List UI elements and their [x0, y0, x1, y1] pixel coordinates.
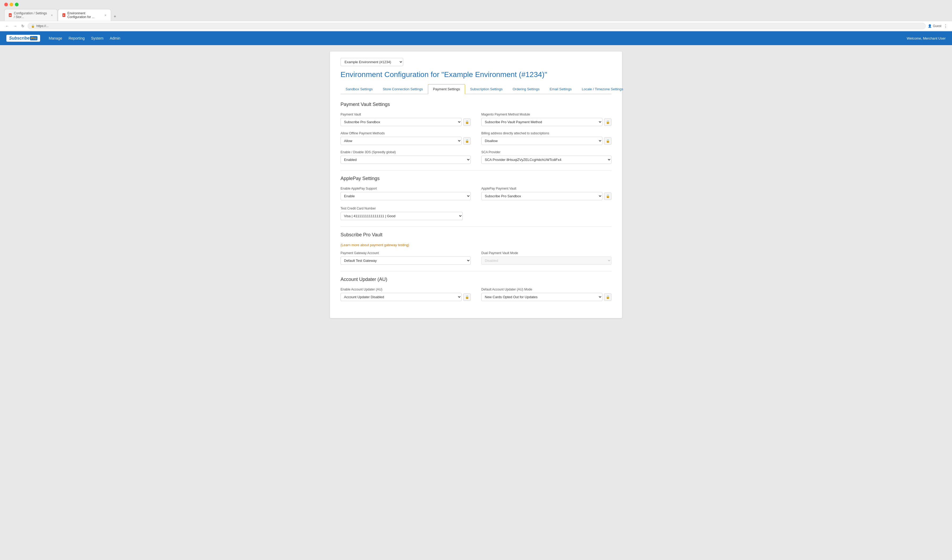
browser-user[interactable]: 👤 Guest	[928, 24, 941, 28]
field-row-magento-payment-method: Subscribe Pro Vault Payment Method 🔒	[481, 118, 612, 126]
lock-allow-offline[interactable]: 🔒	[463, 137, 471, 145]
field-label-applepay-vault: ApplePay Payment Vault	[481, 187, 612, 190]
divider-2	[340, 227, 612, 227]
app-header: Subscribe Pro Manage Reporting System Ad…	[0, 31, 952, 45]
nav-admin[interactable]: Admin	[110, 36, 121, 40]
forward-button[interactable]: →	[12, 23, 18, 29]
tab-subscription[interactable]: Subscription Settings	[465, 84, 508, 94]
tab-favicon-2: E	[62, 13, 65, 17]
field-row-default-account-updater-mode: New Cards Opted Out for Updates 🔒	[481, 293, 612, 301]
url-text: https://...	[36, 24, 49, 28]
lock-default-account-updater-mode[interactable]: 🔒	[604, 293, 612, 301]
select-enable-applepay[interactable]: Enable	[340, 192, 471, 200]
tab-close-2[interactable]: ✕	[104, 14, 107, 17]
field-payment-gateway-account: Payment Gateway Account Default Test Gat…	[340, 251, 471, 265]
browser-addressbar: ← → ↻ 🔒 https://... 👤 Guest ⋮	[0, 21, 952, 31]
tab-ordering[interactable]: Ordering Settings	[508, 84, 544, 94]
field-row-enable-3ds: Enabled	[340, 156, 471, 164]
account-updater-fields: Enable Account Updater (AU) Account Upda…	[340, 288, 612, 301]
nav-system[interactable]: System	[91, 36, 104, 40]
field-default-account-updater-mode: Default Account Updater (AU) Mode New Ca…	[481, 288, 612, 301]
field-label-payment-gateway-account: Payment Gateway Account	[340, 251, 471, 255]
lock-applepay-vault[interactable]: 🔒	[604, 193, 612, 200]
select-enable-account-updater[interactable]: Account Updater Disabled	[340, 293, 462, 301]
browser-chrome: M Configuration / Settings / Stor... ✕ E…	[0, 0, 952, 31]
settings-tabs: Sandbox Settings Store Connection Settin…	[340, 84, 612, 94]
select-payment-gateway-account[interactable]: Default Test Gateway	[340, 256, 471, 265]
select-default-account-updater-mode[interactable]: New Cards Opted Out for Updates	[481, 293, 603, 301]
tab-close-1[interactable]: ✕	[51, 14, 53, 17]
tab-sandbox[interactable]: Sandbox Settings	[340, 84, 378, 94]
environment-select[interactable]: Example Environment (#1234)	[340, 58, 403, 66]
sp-vault-section-title: Subscribe Pro Vault	[340, 232, 612, 238]
field-label-enable-account-updater: Enable Account Updater (AU)	[340, 288, 471, 291]
environment-selector-wrapper: Example Environment (#1234)	[340, 58, 612, 66]
ssl-lock-icon: 🔒	[31, 25, 35, 28]
close-window-button[interactable]	[4, 3, 8, 6]
user-icon: 👤	[928, 24, 932, 28]
browser-more-button[interactable]: ⋮	[944, 24, 948, 29]
field-row-applepay-vault: Subscribe Pro Sandbox 🔒	[481, 192, 612, 200]
logo-subscribe-text: Subscribe	[9, 36, 29, 41]
field-payment-vault: Payment Vault Subscribe Pro Sandbox 🔒	[340, 113, 471, 126]
field-enable-3ds: Enable / Disable 3DS (Spreedly global) E…	[340, 150, 471, 164]
field-allow-offline: Allow Offline Payment Methods Allow 🔒	[340, 131, 471, 145]
field-row-sca-provider: SCA Provider 8HsuqiZVyZELCcgHdchUWTcdiFx…	[481, 156, 612, 164]
payment-vault-section-title: Payment Vault Settings	[340, 102, 612, 107]
new-tab-button[interactable]: +	[111, 12, 118, 21]
field-sca-provider: SCA Provider SCA Provider 8HsuqiZVyZELCc…	[481, 150, 612, 164]
browser-tab-2[interactable]: E Environment Configuration for ... ✕	[58, 9, 111, 21]
logo-pro-text: Pro	[30, 36, 37, 40]
field-label-default-account-updater-mode: Default Account Updater (AU) Mode	[481, 288, 612, 291]
field-row-enable-account-updater: Account Updater Disabled 🔒	[340, 293, 471, 301]
browser-tab-1[interactable]: M Configuration / Settings / Stor... ✕	[4, 9, 57, 21]
field-row-payment-vault: Subscribe Pro Sandbox 🔒	[340, 118, 471, 126]
select-payment-vault[interactable]: Subscribe Pro Sandbox	[340, 118, 462, 126]
minimize-window-button[interactable]	[9, 3, 13, 6]
tab-payment[interactable]: Payment Settings	[428, 84, 465, 94]
lock-payment-vault[interactable]: 🔒	[463, 119, 471, 126]
tab-label-2: Environment Configuration for ...	[68, 11, 102, 19]
field-label-allow-offline: Allow Offline Payment Methods	[340, 131, 471, 135]
select-applepay-vault[interactable]: Subscribe Pro Sandbox	[481, 192, 603, 200]
tab-store[interactable]: Store Connection Settings	[378, 84, 428, 94]
field-label-enable-3ds: Enable / Disable 3DS (Spreedly global)	[340, 150, 471, 154]
page-wrapper: Example Environment (#1234) Environment …	[330, 51, 622, 318]
select-billing-address[interactable]: Disallow	[481, 137, 603, 145]
nav-reporting[interactable]: Reporting	[68, 36, 85, 40]
nav-manage[interactable]: Manage	[49, 36, 62, 40]
select-test-credit-card[interactable]: Visa | 4111111111111111 | Good	[340, 212, 463, 220]
learn-more-link[interactable]: (Learn more about payment gateway testin…	[340, 243, 612, 247]
logo[interactable]: Subscribe Pro	[6, 35, 40, 42]
tab-locale[interactable]: Locale / Timezone Settings	[576, 84, 628, 94]
back-button[interactable]: ←	[4, 23, 10, 29]
select-enable-3ds[interactable]: Enabled	[340, 156, 471, 164]
select-sca-provider[interactable]: SCA Provider 8HsuqiZVyZELCcgHdchUWTcdiFx…	[481, 156, 612, 164]
account-updater-section-title: Account Updater (AU)	[340, 277, 612, 282]
select-allow-offline[interactable]: Allow	[340, 137, 462, 145]
lock-enable-account-updater[interactable]: 🔒	[463, 293, 471, 301]
maximize-window-button[interactable]	[15, 3, 19, 6]
logo-box: Subscribe Pro	[6, 35, 40, 42]
field-row-test-credit-card: Visa | 4111111111111111 | Good	[340, 212, 463, 220]
page-title: Environment Configuration for "Example E…	[340, 70, 612, 79]
select-magento-payment-method[interactable]: Subscribe Pro Vault Payment Method	[481, 118, 603, 126]
field-enable-applepay: Enable ApplePay Support Enable	[340, 187, 471, 200]
lock-magento-payment-method[interactable]: 🔒	[604, 119, 612, 126]
payment-vault-fields: Payment Vault Subscribe Pro Sandbox 🔒 Ma…	[340, 113, 612, 164]
select-dual-payment-vault[interactable]: Disabled	[481, 256, 612, 265]
field-row-enable-applepay: Enable	[340, 192, 471, 200]
field-label-magento-payment-method: Magento Payment Method Module	[481, 113, 612, 116]
lock-billing-address[interactable]: 🔒	[604, 137, 612, 145]
applepay-section-title: ApplePay Settings	[340, 176, 612, 181]
browser-tabs-bar: M Configuration / Settings / Stor... ✕ E…	[0, 9, 952, 21]
browser-titlebar	[0, 0, 952, 9]
welcome-user[interactable]: Welcome, Merchant User	[907, 36, 946, 40]
field-row-billing-address: Disallow 🔒	[481, 137, 612, 145]
reload-button[interactable]: ↻	[20, 23, 26, 29]
address-bar[interactable]: 🔒 https://...	[28, 23, 926, 29]
field-applepay-vault: ApplePay Payment Vault Subscribe Pro San…	[481, 187, 612, 200]
tab-email[interactable]: Email Settings	[544, 84, 576, 94]
divider-3	[340, 271, 612, 272]
field-row-allow-offline: Allow 🔒	[340, 137, 471, 145]
